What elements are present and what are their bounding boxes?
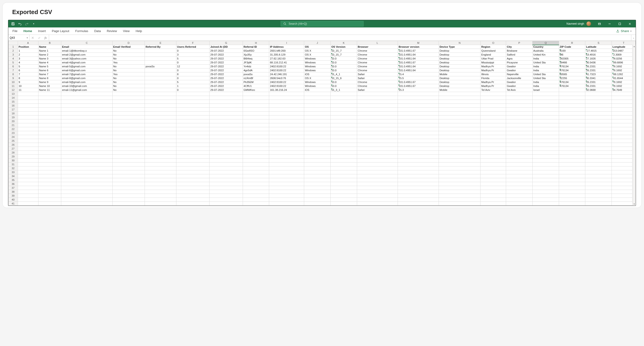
cell[interactable] bbox=[18, 166, 38, 170]
cell[interactable] bbox=[585, 170, 612, 174]
cell[interactable] bbox=[532, 123, 559, 127]
cell[interactable] bbox=[585, 190, 612, 194]
cell[interactable] bbox=[269, 178, 304, 182]
cell[interactable]: Position bbox=[18, 45, 38, 49]
cell[interactable] bbox=[243, 166, 269, 170]
cell[interactable] bbox=[176, 166, 210, 170]
cell[interactable] bbox=[532, 178, 559, 182]
cell[interactable] bbox=[585, 186, 612, 190]
cell[interactable] bbox=[61, 174, 112, 178]
cell[interactable] bbox=[210, 158, 243, 162]
cell[interactable] bbox=[559, 158, 585, 162]
cell[interactable] bbox=[480, 119, 506, 123]
cell[interactable] bbox=[532, 155, 559, 158]
vertical-scrollbar[interactable]: ▴ ▾ bbox=[632, 45, 636, 206]
cell[interactable]: 12 bbox=[176, 65, 210, 68]
cell[interactable] bbox=[145, 194, 176, 198]
cell[interactable] bbox=[176, 178, 210, 182]
cell[interactable] bbox=[61, 151, 112, 155]
cell[interactable]: 31.205.8.129 bbox=[269, 53, 304, 57]
cell[interactable] bbox=[304, 162, 331, 166]
cell[interactable] bbox=[145, 170, 176, 174]
cell[interactable] bbox=[304, 123, 331, 127]
cell[interactable]: email-11@gmail.com bbox=[61, 88, 112, 92]
cell[interactable] bbox=[330, 123, 357, 127]
cell[interactable]: Referral ID bbox=[243, 45, 269, 49]
cell[interactable] bbox=[210, 96, 243, 100]
cell[interactable] bbox=[357, 166, 398, 170]
cell[interactable]: No bbox=[112, 57, 145, 61]
cell[interactable] bbox=[480, 147, 506, 151]
cell[interactable] bbox=[398, 92, 439, 96]
cell[interactable]: Chrome bbox=[357, 57, 398, 61]
cell[interactable] bbox=[612, 155, 636, 158]
cell[interactable]: 101.0.4951.64 bbox=[398, 53, 439, 57]
cell[interactable] bbox=[612, 194, 636, 198]
cell[interactable] bbox=[506, 96, 532, 100]
cell[interactable] bbox=[243, 194, 269, 198]
cell[interactable] bbox=[438, 178, 480, 182]
row-header[interactable]: 21 bbox=[8, 123, 18, 127]
cell[interactable] bbox=[145, 92, 176, 96]
cell[interactable] bbox=[38, 104, 61, 108]
cell[interactable] bbox=[210, 143, 243, 147]
cell[interactable] bbox=[61, 115, 112, 119]
col-header-C[interactable]: C bbox=[61, 41, 112, 45]
cell[interactable]: Yv4idz bbox=[243, 65, 269, 68]
cell[interactable] bbox=[585, 158, 612, 162]
cell[interactable] bbox=[532, 119, 559, 123]
cell[interactable]: 53.4916 bbox=[585, 53, 612, 57]
cell[interactable] bbox=[480, 178, 506, 182]
cell[interactable] bbox=[176, 92, 210, 96]
cell[interactable] bbox=[330, 112, 357, 115]
cell[interactable]: India bbox=[532, 57, 559, 61]
cell[interactable] bbox=[506, 135, 532, 139]
row-header[interactable]: 35 bbox=[8, 178, 18, 182]
cell[interactable] bbox=[112, 178, 145, 182]
cell[interactable]: 30.5436 bbox=[585, 61, 612, 65]
cell[interactable] bbox=[269, 162, 304, 166]
cell[interactable] bbox=[269, 155, 304, 158]
col-header-A[interactable]: A bbox=[18, 41, 38, 45]
cell[interactable] bbox=[176, 155, 210, 158]
cell[interactable] bbox=[612, 158, 636, 162]
cell[interactable] bbox=[585, 104, 612, 108]
cell[interactable] bbox=[112, 190, 145, 194]
cell[interactable] bbox=[532, 162, 559, 166]
cell[interactable] bbox=[532, 147, 559, 151]
cell[interactable] bbox=[18, 131, 38, 135]
cell[interactable] bbox=[38, 96, 61, 100]
cell[interactable] bbox=[18, 162, 38, 166]
cell[interactable]: Name 3 bbox=[38, 57, 61, 61]
row-header[interactable]: 32 bbox=[8, 166, 18, 170]
cell[interactable] bbox=[585, 92, 612, 96]
col-header-Q[interactable]: Q bbox=[532, 41, 559, 45]
cell[interactable] bbox=[145, 155, 176, 158]
cell[interactable] bbox=[559, 190, 585, 194]
cell[interactable]: 5 bbox=[18, 65, 38, 68]
cell[interactable] bbox=[269, 108, 304, 112]
cell[interactable] bbox=[38, 108, 61, 112]
cell[interactable] bbox=[506, 178, 532, 182]
cell[interactable] bbox=[61, 135, 112, 139]
cell[interactable] bbox=[210, 170, 243, 174]
cell[interactable] bbox=[304, 131, 331, 135]
redo-icon[interactable] bbox=[24, 21, 30, 27]
cell[interactable] bbox=[480, 143, 506, 147]
cell[interactable] bbox=[304, 115, 331, 119]
tab-help[interactable]: Help bbox=[136, 29, 142, 33]
cell[interactable] bbox=[532, 198, 559, 202]
cell[interactable] bbox=[145, 182, 176, 186]
cell[interactable] bbox=[559, 127, 585, 131]
cell[interactable] bbox=[357, 127, 398, 131]
cell[interactable] bbox=[438, 186, 480, 190]
cell[interactable] bbox=[506, 131, 532, 135]
cell[interactable] bbox=[612, 131, 636, 135]
cell[interactable] bbox=[357, 123, 398, 127]
cell[interactable] bbox=[398, 100, 439, 104]
cell[interactable] bbox=[112, 112, 145, 115]
select-all-corner[interactable] bbox=[8, 41, 18, 45]
cell[interactable] bbox=[559, 96, 585, 100]
cell[interactable]: Latitude bbox=[585, 45, 612, 49]
cell[interactable] bbox=[304, 202, 331, 206]
